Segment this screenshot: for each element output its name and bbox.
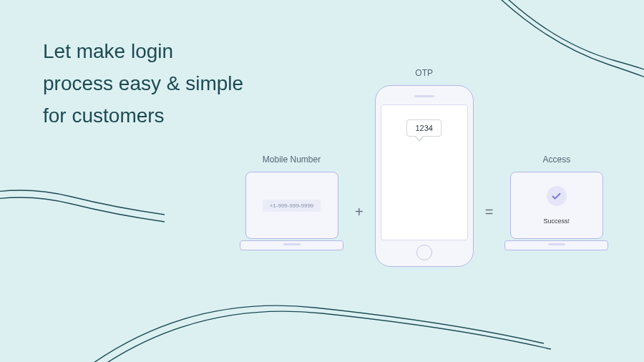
otp-label: OTP: [415, 68, 433, 78]
login-diagram: Mobile Number +1-999-999-9999 + OTP 1234…: [240, 140, 608, 267]
step-mobile-number: Mobile Number +1-999-999-9999: [240, 155, 343, 252]
access-label: Access: [543, 155, 571, 165]
heading-line-3: for customers: [43, 100, 243, 132]
laptop-icon: +1-999-999-9999: [240, 172, 343, 252]
laptop-success-icon: Success!: [504, 172, 608, 252]
heading-line-1: Let make login: [43, 36, 243, 68]
heading-line-2: process easy & simple: [43, 68, 243, 100]
step-otp: OTP 1234: [375, 140, 474, 267]
phone-icon: 1234: [375, 85, 474, 267]
check-icon: [547, 186, 567, 206]
plus-operator: +: [355, 204, 364, 220]
otp-code: 1234: [406, 119, 441, 137]
mobile-label: Mobile Number: [263, 155, 321, 165]
mobile-input-value: +1-999-999-9999: [263, 200, 321, 212]
equals-operator: =: [485, 204, 494, 220]
success-text: Success!: [544, 217, 570, 225]
step-access: Access Success!: [504, 155, 608, 252]
page-title: Let make login process easy & simple for…: [43, 36, 243, 132]
